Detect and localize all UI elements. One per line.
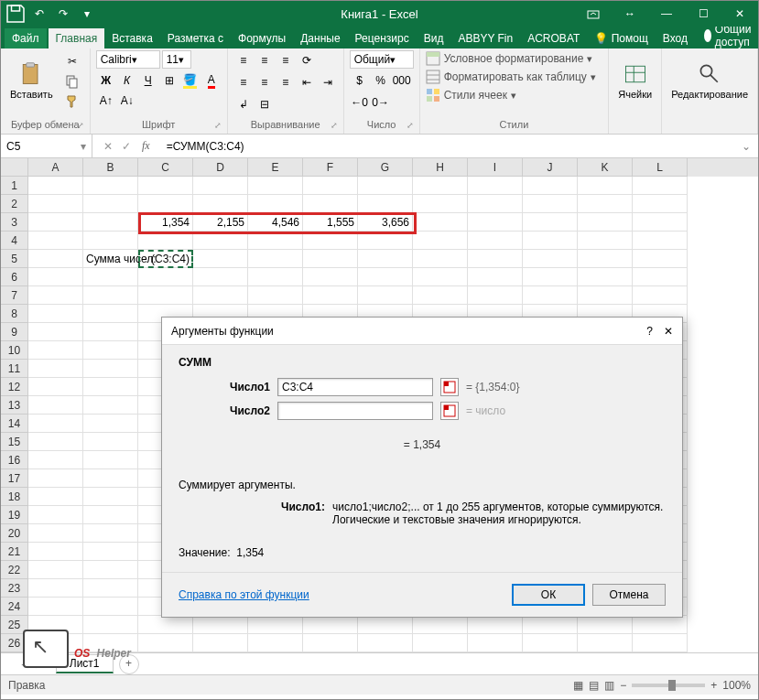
cell[interactable] (633, 177, 688, 195)
font-launcher-icon[interactable]: ⤢ (214, 121, 225, 132)
cell[interactable] (303, 232, 358, 250)
arg1-range-picker-icon[interactable] (440, 378, 459, 396)
cell[interactable] (28, 360, 83, 378)
cell[interactable] (28, 195, 83, 213)
cell[interactable] (578, 213, 633, 232)
tab-view[interactable]: Вид (417, 28, 451, 48)
font-size-combo[interactable]: 11 ▾ (162, 50, 191, 69)
cell[interactable] (83, 561, 138, 579)
column-header[interactable]: D (193, 158, 248, 177)
cell[interactable] (358, 250, 413, 268)
cell[interactable] (633, 232, 688, 250)
select-all-corner[interactable] (1, 158, 28, 177)
cancel-formula-icon[interactable]: ✕ (100, 138, 116, 155)
cell[interactable] (468, 195, 523, 213)
row-header[interactable]: 8 (1, 305, 28, 323)
cell[interactable] (468, 616, 523, 634)
cell[interactable] (303, 616, 358, 634)
maximize-icon[interactable]: ☐ (685, 1, 721, 27)
cell[interactable] (83, 177, 138, 195)
cell[interactable] (138, 286, 193, 305)
function-help-link[interactable]: Справка по этой функции (179, 588, 309, 601)
undo-icon[interactable]: ↶ (28, 3, 50, 25)
cell[interactable] (303, 177, 358, 195)
cell[interactable] (413, 177, 468, 195)
save-icon[interactable] (5, 3, 27, 25)
tab-abbyy[interactable]: ABBYY Fin (450, 28, 520, 48)
cell[interactable] (83, 415, 138, 433)
font-name-combo[interactable]: Calibri ▾ (96, 50, 160, 69)
tab-file[interactable]: Файл (5, 28, 47, 48)
cell[interactable] (413, 232, 468, 250)
align-top-icon[interactable]: ≡ (233, 50, 254, 70)
zoom-level[interactable]: 100% (722, 679, 751, 692)
cell[interactable] (28, 323, 83, 341)
cell[interactable] (28, 250, 83, 268)
column-header[interactable]: I (468, 158, 523, 177)
cell[interactable]: 1,354 (138, 213, 193, 232)
fill-color-icon[interactable]: 🪣 (180, 70, 201, 91)
column-header[interactable]: H (413, 158, 468, 177)
align-launcher-icon[interactable]: ⤢ (331, 121, 342, 132)
column-header[interactable]: K (578, 158, 633, 177)
cell[interactable] (523, 286, 578, 305)
grow-font-icon[interactable]: А↑ (96, 91, 116, 111)
cell[interactable] (303, 634, 358, 652)
cell[interactable] (248, 232, 303, 250)
paste-button[interactable]: Вставить (6, 50, 57, 111)
cell[interactable] (468, 634, 523, 652)
row-header[interactable]: 6 (1, 268, 28, 286)
tab-layout[interactable]: Разметка с (160, 28, 231, 48)
zoom-out-icon[interactable]: − (620, 679, 626, 692)
column-header[interactable]: E (248, 158, 303, 177)
cell[interactable] (633, 268, 688, 286)
cell[interactable] (468, 250, 523, 268)
cell[interactable] (578, 250, 633, 268)
cell[interactable] (83, 360, 138, 378)
cell[interactable] (468, 286, 523, 305)
row-header[interactable]: 18 (1, 488, 28, 506)
row-header[interactable]: 21 (1, 543, 28, 561)
cell[interactable] (523, 634, 578, 652)
comma-icon[interactable]: 000 (392, 70, 412, 91)
cell[interactable] (83, 396, 138, 415)
cell[interactable] (358, 634, 413, 652)
row-header[interactable]: 1 (1, 177, 28, 195)
cell[interactable] (28, 506, 83, 524)
font-color-icon[interactable]: А (201, 70, 222, 91)
cell[interactable] (28, 268, 83, 286)
cell[interactable] (193, 616, 248, 634)
cell[interactable] (28, 579, 83, 598)
cell[interactable] (28, 469, 83, 488)
cell[interactable] (248, 616, 303, 634)
cell[interactable] (633, 616, 688, 634)
format-table-button[interactable]: Форматировать как таблицу ▾ (426, 69, 603, 85)
cell[interactable] (83, 433, 138, 451)
cell[interactable] (83, 323, 138, 341)
cell[interactable] (138, 177, 193, 195)
cell[interactable] (303, 250, 358, 268)
cell[interactable] (413, 268, 468, 286)
cell[interactable] (413, 616, 468, 634)
tab-formulas[interactable]: Формулы (231, 28, 293, 48)
cell[interactable] (358, 268, 413, 286)
cell[interactable] (83, 232, 138, 250)
cell[interactable] (193, 232, 248, 250)
italic-icon[interactable]: К (117, 70, 137, 91)
cell[interactable] (633, 634, 688, 652)
tab-home[interactable]: Главная (49, 28, 105, 48)
qat-dropdown-icon[interactable]: ▾ (76, 3, 98, 25)
cell[interactable] (248, 177, 303, 195)
column-header[interactable]: J (523, 158, 578, 177)
row-header[interactable]: 17 (1, 469, 28, 488)
cut-icon[interactable]: ✂ (62, 52, 82, 70)
cell[interactable] (83, 451, 138, 469)
column-header[interactable]: F (303, 158, 358, 177)
cell[interactable] (578, 232, 633, 250)
cell[interactable] (28, 415, 83, 433)
cell[interactable] (578, 286, 633, 305)
cell[interactable] (193, 250, 248, 268)
zoom-in-icon[interactable]: + (710, 679, 717, 692)
row-header[interactable]: 15 (1, 433, 28, 451)
cell[interactable] (578, 268, 633, 286)
